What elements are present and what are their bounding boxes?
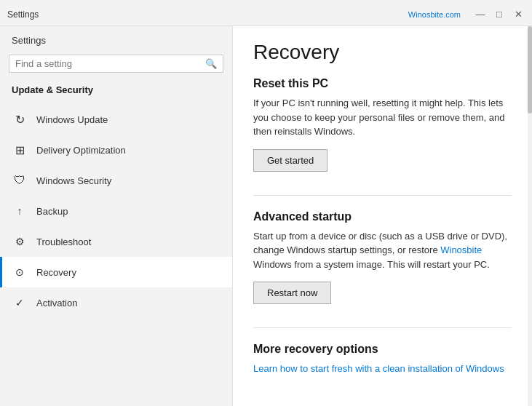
sidebar-item-troubleshoot[interactable]: ⚙ Troubleshoot [0,226,232,257]
sidebar-section-title: Update & Security [0,81,232,104]
sidebar-item-label: Recovery [36,267,76,278]
scrollbar-thumb[interactable] [528,26,532,114]
windows-update-icon: ↻ [12,111,28,127]
watermark-label: Winosbite.com [408,10,461,19]
sidebar-item-windows-update[interactable]: ↻ Windows Update [0,104,232,135]
maximize-button[interactable]: □ [493,8,506,21]
sidebar-item-backup[interactable]: ↑ Backup [0,196,232,226]
page-title: Recovery [253,41,512,64]
app-body: Settings 🔍 Update & Security ↻ Windows U… [0,26,532,406]
sidebar-item-activation[interactable]: ✓ Activation [0,287,232,318]
close-button[interactable]: ✕ [512,8,525,21]
restart-now-button[interactable]: Restart now [253,282,331,304]
scrollbar-track[interactable] [528,26,532,406]
minimize-button[interactable]: — [474,8,487,21]
sidebar-item-delivery-optimization[interactable]: ⊞ Delivery Optimization [0,135,232,165]
app-title: Settings [7,9,39,20]
windows-security-icon: 🛡 [12,172,28,188]
section-divider [253,195,512,196]
recovery-icon: ⊙ [12,264,28,280]
delivery-optimization-icon: ⊞ [12,142,28,158]
main-content: Recovery Reset this PC If your PC isn't … [233,26,532,406]
sidebar-item-label: Windows Security [36,175,111,186]
sidebar: Settings 🔍 Update & Security ↻ Windows U… [0,26,233,406]
window-controls: Winosbite.com — □ ✕ [408,8,525,21]
reset-pc-desc: If your PC isn't running well, resetting… [253,96,512,139]
activation-icon: ✓ [12,295,28,311]
sidebar-item-label: Delivery Optimization [36,145,126,156]
search-box[interactable]: 🔍 [9,55,223,73]
app-name-label: Settings [0,26,232,49]
sidebar-item-label: Backup [36,206,68,217]
advanced-startup-desc: Start up from a device or disc (such as … [253,229,512,272]
more-recovery-heading: More recovery options [253,343,512,356]
sidebar-item-windows-security[interactable]: 🛡 Windows Security [0,165,232,196]
inline-watermark: Winosbite [440,244,482,255]
search-icon: 🔍 [205,58,217,69]
sidebar-item-label: Troubleshoot [36,236,91,247]
section-divider-2 [253,327,512,328]
advanced-startup-heading: Advanced startup [253,210,512,223]
get-started-button[interactable]: Get started [253,149,327,172]
sidebar-item-recovery[interactable]: ⊙ Recovery [0,257,232,287]
reset-pc-heading: Reset this PC [253,77,512,90]
search-input[interactable] [15,58,205,69]
title-bar: Settings Winosbite.com — □ ✕ [0,0,532,26]
backup-icon: ↑ [12,203,28,219]
fresh-install-link[interactable]: Learn how to start fresh with a clean in… [253,363,504,374]
sidebar-item-label: Activation [36,298,77,309]
sidebar-item-label: Windows Update [36,114,108,125]
troubleshoot-icon: ⚙ [12,234,28,250]
